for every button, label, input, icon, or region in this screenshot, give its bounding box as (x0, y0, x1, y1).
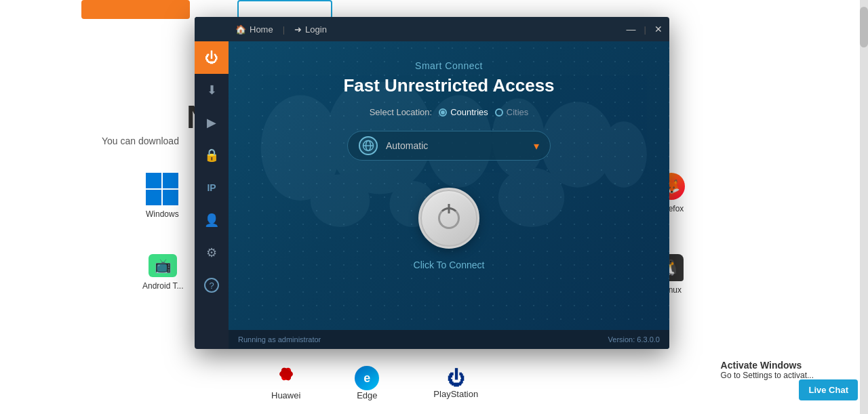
playstation-label: PlayStation (433, 389, 478, 399)
power-button-icon (438, 207, 460, 229)
huawei-item[interactable]: Huawei (271, 366, 300, 400)
edge-icon: e (355, 366, 379, 390)
controls-divider: | (644, 24, 646, 35)
scrollbar[interactable] (860, 0, 868, 414)
playstation-item[interactable]: ⏻ PlayStation (433, 368, 478, 399)
login-button[interactable]: ➜ Login (294, 24, 327, 35)
bottom-icons-row: Huawei e Edge ⏻ PlayStation (271, 366, 478, 400)
status-right-text: Version: 6.3.0.0 (608, 335, 660, 344)
sidebar-item-download[interactable]: ⬇ (195, 74, 229, 106)
windows-label: Windows (146, 209, 179, 219)
activation-subtitle: Go to Settings to activat... (721, 371, 814, 380)
location-label: Select Location: (370, 107, 433, 117)
main-content: Smart Connect Fast Unrestricted Access S… (229, 41, 669, 349)
location-dropdown[interactable]: Automatic ▾ (347, 131, 551, 161)
huawei-label: Huawei (271, 390, 300, 400)
playstation-icon: ⏻ (447, 368, 465, 389)
minimize-button[interactable]: — (627, 24, 636, 35)
play-icon: ▶ (207, 115, 216, 130)
edge-label: Edge (357, 390, 377, 400)
edge-item[interactable]: e Edge (355, 366, 379, 400)
connect-power-button[interactable] (418, 188, 479, 249)
status-bar: Running as administrator Version: 6.3.0.… (229, 330, 669, 349)
sidebar-item-settings[interactable]: ⚙ (195, 236, 229, 269)
countries-radio[interactable]: Countries (439, 107, 488, 117)
settings-icon: ⚙ (206, 245, 217, 260)
windows-activation: Activate Windows Go to Settings to activ… (721, 360, 814, 380)
dropdown-selected-value: Automatic (386, 140, 526, 151)
login-icon: ➜ (294, 24, 302, 35)
sidebar-item-ip[interactable]: IP (195, 171, 229, 204)
cities-radio-dot (495, 108, 503, 117)
scrollbar-thumb[interactable] (860, 7, 868, 47)
home-button[interactable]: 🏠 Home (235, 24, 273, 35)
help-icon: ? (204, 278, 219, 293)
activation-title: Activate Windows (721, 360, 814, 371)
sidebar-item-lock[interactable]: 🔒 (195, 139, 229, 171)
download-icon: ⬇ (207, 83, 217, 98)
svg-point-10 (311, 174, 370, 227)
globe-icon (359, 136, 378, 155)
sidebar-item-help[interactable]: ? (195, 269, 229, 302)
android-tv-icon: 📺 (149, 254, 177, 277)
title-bar-divider: | (283, 24, 285, 35)
android-tv-label: Android T... (142, 281, 183, 291)
home-icon: 🏠 (235, 24, 246, 35)
svg-point-12 (498, 167, 564, 227)
live-chat-button[interactable]: Live Chat (799, 379, 858, 400)
sidebar: ⏻ ⬇ ▶ 🔒 IP 👤 ⚙ ? (195, 17, 229, 349)
lock-icon: 🔒 (204, 148, 219, 163)
huawei-icon (273, 366, 300, 390)
home-label: Home (250, 24, 273, 35)
sidebar-item-user[interactable]: 👤 (195, 204, 229, 236)
ip-icon: IP (207, 182, 216, 193)
countries-radio-label: Countries (450, 107, 488, 117)
countries-radio-dot (439, 108, 447, 117)
title-bar-nav: 🏠 Home | ➜ Login (235, 24, 327, 35)
click-to-connect-label: Click To Connect (414, 260, 485, 270)
windows-icon (146, 173, 178, 205)
title-bar: 🏠 Home | ➜ Login — | ✕ (195, 17, 669, 41)
sidebar-item-power[interactable]: ⏻ (195, 41, 229, 74)
bg-blue-button[interactable] (237, 0, 332, 19)
power-button-container: Click To Connect (414, 188, 485, 270)
login-label: Login (305, 24, 327, 35)
close-button[interactable]: ✕ (654, 24, 663, 35)
dropdown-arrow-icon: ▾ (534, 140, 539, 152)
status-left-text: Running as administrator (238, 335, 321, 344)
cities-radio[interactable]: Cities (495, 107, 529, 117)
bg-orange-button[interactable] (81, 0, 190, 19)
location-row: Select Location: Countries Cities (370, 107, 529, 117)
app-title: Fast Unrestricted Access (343, 75, 554, 96)
app-subtitle: Smart Connect (415, 60, 483, 71)
cities-radio-label: Cities (507, 107, 529, 117)
vpn-app-window: 🏠 Home | ➜ Login — | ✕ ⏻ ⬇ ▶ 🔒 (195, 17, 669, 349)
user-icon: 👤 (204, 213, 219, 228)
sidebar-item-play[interactable]: ▶ (195, 106, 229, 139)
android-tv-download-item[interactable]: 📺 Android T... (142, 254, 183, 291)
title-bar-controls: — | ✕ (627, 24, 663, 35)
windows-download-item[interactable]: Windows (146, 173, 179, 219)
power-icon: ⏻ (205, 50, 218, 66)
svg-point-9 (601, 121, 647, 187)
